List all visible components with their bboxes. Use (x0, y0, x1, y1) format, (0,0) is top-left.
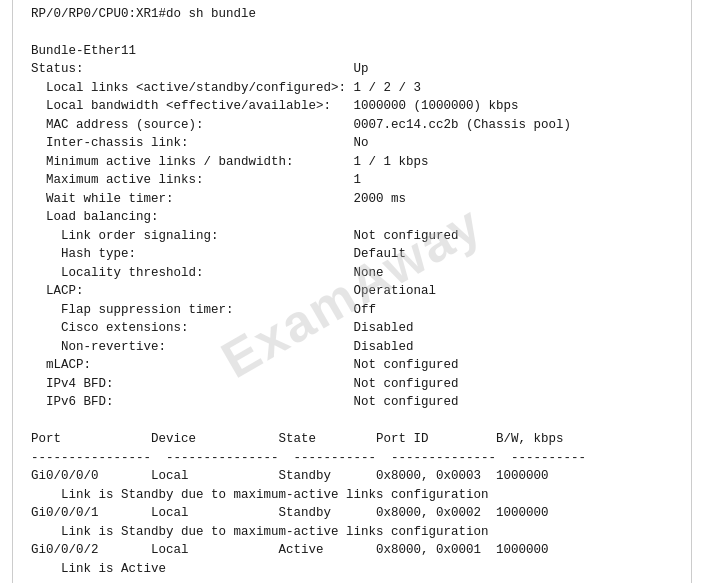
terminal-line: IPv6 BFD: Not configured (31, 393, 673, 412)
terminal-line: Gi0/0/0/0 Local Standby 0x8000, 0x0003 1… (31, 467, 673, 486)
terminal-line: Wait while timer: 2000 ms (31, 190, 673, 209)
terminal-line: MAC address (source): 0007.ec14.cc2b (Ch… (31, 116, 673, 135)
terminal-line: Port Device State Port ID B/W, kbps (31, 430, 673, 449)
terminal-line: Link is Standby due to maximum-active li… (31, 523, 673, 542)
terminal-line: LACP: Operational (31, 282, 673, 301)
terminal-line: Link order signaling: Not configured (31, 227, 673, 246)
terminal-line: Load balancing: (31, 208, 673, 227)
terminal-line: IPv4 BFD: Not configured (31, 375, 673, 394)
terminal-line: Link is Standby due to maximum-active li… (31, 486, 673, 505)
terminal-line: Link is Active (31, 560, 673, 579)
blank-line-1 (31, 23, 673, 42)
terminal-window: ExamAway RP/0/RP0/CPU0:XR1#do sh bundle … (12, 0, 692, 583)
prompt-line: RP/0/RP0/CPU0:XR1#do sh bundle (31, 5, 673, 24)
terminal-line: Gi0/0/0/1 Local Standby 0x8000, 0x0002 1… (31, 504, 673, 523)
terminal-line: mLACP: Not configured (31, 356, 673, 375)
terminal-line: Hash type: Default (31, 245, 673, 264)
terminal-line: Locality threshold: None (31, 264, 673, 283)
terminal-line: Minimum active links / bandwidth: 1 / 1 … (31, 153, 673, 172)
terminal-line: Local links <active/standby/configured>:… (31, 79, 673, 98)
terminal-line: Inter-chassis link: No (31, 134, 673, 153)
terminal-line: Non-revertive: Disabled (31, 338, 673, 357)
terminal-line (31, 412, 673, 431)
terminal-line: Cisco extensions: Disabled (31, 319, 673, 338)
bundle-name-line: Bundle-Ether11 (31, 42, 673, 61)
terminal-line: Status: Up (31, 60, 673, 79)
terminal-line: Flap suppression timer: Off (31, 301, 673, 320)
terminal-line: Local bandwidth <effective/available>: 1… (31, 97, 673, 116)
terminal-content: Status: Up Local links <active/standby/c… (31, 60, 673, 578)
terminal-line: Maximum active links: 1 (31, 171, 673, 190)
terminal-line: ---------------- --------------- -------… (31, 449, 673, 468)
terminal-line: Gi0/0/0/2 Local Active 0x8000, 0x0001 10… (31, 541, 673, 560)
